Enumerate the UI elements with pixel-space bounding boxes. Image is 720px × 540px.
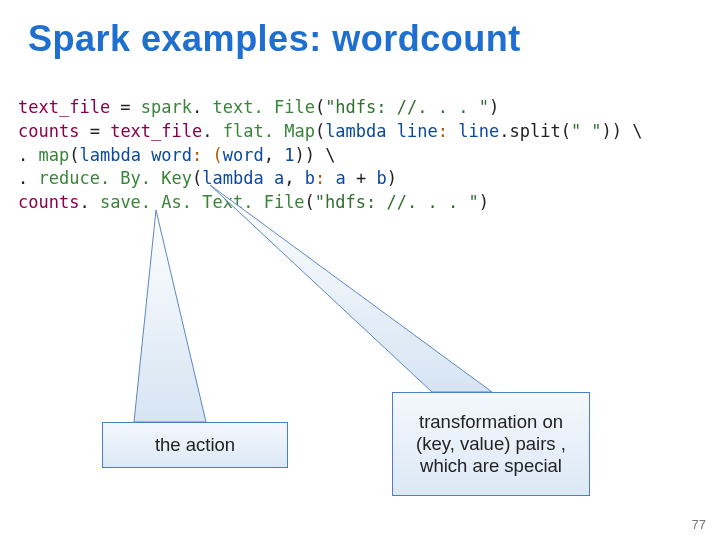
tok-eq: = [110, 97, 141, 117]
tok-lambda: lambda [325, 121, 386, 141]
code-line-1: text_file = spark. text. File("hdfs: //.… [18, 96, 643, 120]
tok-sp [387, 121, 397, 141]
code-line-3: . map(lambda word: (word, 1)) \ [18, 144, 643, 168]
tok-backslash: \ [315, 145, 335, 165]
tok-colon: : [438, 121, 458, 141]
tok-comma: , [284, 168, 304, 188]
tok-lambda: lambda [79, 145, 140, 165]
tok-a: a [274, 168, 284, 188]
tok-comma: , [264, 145, 284, 165]
tok-counts: counts [18, 121, 79, 141]
tok-lambda: lambda [202, 168, 263, 188]
tok-colon: : [315, 168, 335, 188]
code-block: text_file = spark. text. File("hdfs: //.… [18, 96, 643, 215]
tok-sp [264, 168, 274, 188]
tok-paren: ( [192, 168, 202, 188]
tok-colon: : ( [192, 145, 223, 165]
page-number: 77 [692, 517, 706, 532]
tok-string: " " [571, 121, 602, 141]
tok-string: "hdfs: //. . . " [315, 192, 479, 212]
tok-backslash: \ [622, 121, 642, 141]
tok-split: split [509, 121, 560, 141]
tok-eq: = [79, 121, 110, 141]
tok-paren: )) [602, 121, 622, 141]
tok-flatmap: flat. Map [223, 121, 315, 141]
tok-spark: spark [141, 97, 192, 117]
tok-word: word [151, 145, 192, 165]
tok-paren: ( [561, 121, 571, 141]
tok-line: line [458, 121, 499, 141]
svg-marker-1 [210, 185, 492, 392]
tok-map: map [38, 145, 69, 165]
tok-paren: ) [489, 97, 499, 117]
code-line-2: counts = text_file. flat. Map(lambda lin… [18, 120, 643, 144]
tok-paren: ( [315, 97, 325, 117]
svg-marker-0 [134, 210, 206, 422]
tok-indent: . [18, 145, 38, 165]
tok-textfile: text_file [110, 121, 202, 141]
tok-paren: ( [315, 121, 325, 141]
tok-one: 1 [284, 145, 294, 165]
tok-textFile: text. File [213, 97, 315, 117]
tok-counts: counts [18, 192, 79, 212]
tok-sp [141, 145, 151, 165]
tok-a: a [335, 168, 345, 188]
tok-indent: . [18, 168, 38, 188]
tok-plus: + [346, 168, 377, 188]
tok-textfile: text_file [18, 97, 110, 117]
tok-string: "hdfs: //. . . " [325, 97, 489, 117]
tok-reducebykey: reduce. By. Key [38, 168, 192, 188]
tok-paren: ( [69, 145, 79, 165]
tok-b: b [376, 168, 386, 188]
tok-paren: ) [387, 168, 397, 188]
code-line-4: . reduce. By. Key(lambda a, b: a + b) [18, 167, 643, 191]
tok-dot: . [499, 121, 509, 141]
tok-saveastextfile: save. As. Text. File [100, 192, 305, 212]
tok-word: word [223, 145, 264, 165]
tok-dot: . [192, 97, 212, 117]
tok-line: line [397, 121, 438, 141]
tok-dot: . [79, 192, 99, 212]
tok-paren: )) [294, 145, 314, 165]
tok-dot: . [202, 121, 222, 141]
tok-b: b [305, 168, 315, 188]
code-line-5: counts. save. As. Text. File("hdfs: //. … [18, 191, 643, 215]
tok-paren: ( [305, 192, 315, 212]
tok-paren: ) [479, 192, 489, 212]
callout-transformation: transformation on (key, value) pairs , w… [392, 392, 590, 496]
slide-title: Spark examples: wordcount [0, 0, 720, 60]
callout-action: the action [102, 422, 288, 468]
